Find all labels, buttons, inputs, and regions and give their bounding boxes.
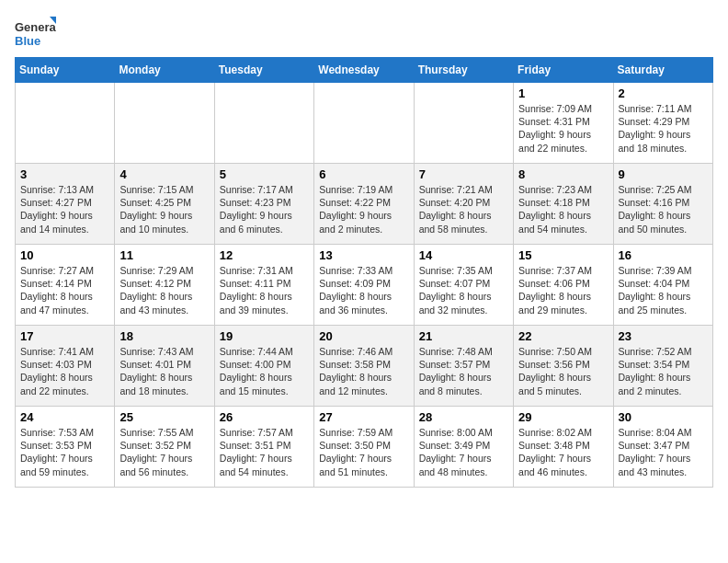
- day-number: 11: [119, 248, 209, 262]
- day-info: Sunrise: 7:31 AM Sunset: 4:11 PM Dayligh…: [220, 264, 309, 316]
- weekday-header-saturday: Saturday: [613, 58, 712, 83]
- day-number: 10: [20, 248, 109, 262]
- day-number: 26: [220, 410, 309, 424]
- calendar-cell: 8Sunrise: 7:23 AM Sunset: 4:18 PM Daylig…: [514, 164, 613, 245]
- day-info: Sunrise: 7:59 AM Sunset: 3:50 PM Dayligh…: [319, 426, 408, 478]
- day-number: 15: [518, 248, 608, 262]
- calendar-cell: 6Sunrise: 7:19 AM Sunset: 4:22 PM Daylig…: [314, 164, 414, 245]
- day-info: Sunrise: 7:50 AM Sunset: 3:56 PM Dayligh…: [518, 345, 608, 397]
- day-info: Sunrise: 7:27 AM Sunset: 4:14 PM Dayligh…: [20, 264, 109, 316]
- weekday-header-wednesday: Wednesday: [314, 58, 414, 83]
- day-info: Sunrise: 7:15 AM Sunset: 4:25 PM Dayligh…: [119, 183, 209, 236]
- day-number: 8: [518, 167, 608, 181]
- calendar-cell: 11Sunrise: 7:29 AM Sunset: 4:12 PM Dayli…: [115, 245, 214, 326]
- weekday-header-row: SundayMondayTuesdayWednesdayThursdayFrid…: [16, 58, 713, 83]
- day-number: 30: [619, 410, 708, 424]
- day-number: 16: [619, 248, 708, 262]
- svg-text:Blue: Blue: [15, 34, 40, 48]
- day-number: 28: [419, 410, 508, 424]
- calendar-cell: [16, 83, 115, 164]
- calendar-cell: 21Sunrise: 7:48 AM Sunset: 3:57 PM Dayli…: [414, 326, 513, 407]
- day-number: 20: [319, 329, 408, 343]
- calendar-cell: 18Sunrise: 7:43 AM Sunset: 4:01 PM Dayli…: [115, 326, 214, 407]
- calendar-cell: [115, 83, 214, 164]
- day-number: 14: [419, 248, 508, 262]
- day-number: 6: [319, 167, 408, 181]
- day-info: Sunrise: 7:39 AM Sunset: 4:04 PM Dayligh…: [619, 264, 708, 316]
- calendar-cell: 22Sunrise: 7:50 AM Sunset: 3:56 PM Dayli…: [514, 326, 613, 407]
- calendar-cell: 5Sunrise: 7:17 AM Sunset: 4:23 PM Daylig…: [214, 164, 313, 245]
- day-number: 22: [518, 329, 608, 343]
- day-info: Sunrise: 7:09 AM Sunset: 4:31 PM Dayligh…: [518, 102, 608, 155]
- calendar-cell: 29Sunrise: 8:02 AM Sunset: 3:48 PM Dayli…: [514, 407, 613, 488]
- calendar-cell: 1Sunrise: 7:09 AM Sunset: 4:31 PM Daylig…: [514, 83, 613, 164]
- calendar-cell: 15Sunrise: 7:37 AM Sunset: 4:06 PM Dayli…: [514, 245, 613, 326]
- calendar-cell: 14Sunrise: 7:35 AM Sunset: 4:07 PM Dayli…: [414, 245, 513, 326]
- day-number: 9: [619, 167, 708, 181]
- weekday-header-friday: Friday: [514, 58, 613, 83]
- calendar-cell: 28Sunrise: 8:00 AM Sunset: 3:49 PM Dayli…: [414, 407, 513, 488]
- week-row-5: 24Sunrise: 7:53 AM Sunset: 3:53 PM Dayli…: [16, 407, 713, 488]
- week-row-1: 1Sunrise: 7:09 AM Sunset: 4:31 PM Daylig…: [16, 83, 713, 164]
- week-row-3: 10Sunrise: 7:27 AM Sunset: 4:14 PM Dayli…: [16, 245, 713, 326]
- day-info: Sunrise: 7:23 AM Sunset: 4:18 PM Dayligh…: [518, 183, 608, 236]
- day-info: Sunrise: 7:57 AM Sunset: 3:51 PM Dayligh…: [220, 426, 309, 478]
- calendar-cell: 27Sunrise: 7:59 AM Sunset: 3:50 PM Dayli…: [314, 407, 414, 488]
- calendar-cell: [414, 83, 513, 164]
- calendar-cell: 25Sunrise: 7:55 AM Sunset: 3:52 PM Dayli…: [115, 407, 214, 488]
- day-number: 23: [619, 329, 708, 343]
- weekday-header-sunday: Sunday: [16, 58, 115, 83]
- day-info: Sunrise: 7:35 AM Sunset: 4:07 PM Dayligh…: [419, 264, 508, 316]
- calendar-table: SundayMondayTuesdayWednesdayThursdayFrid…: [15, 57, 713, 488]
- day-number: 5: [220, 167, 309, 181]
- calendar-cell: 13Sunrise: 7:33 AM Sunset: 4:09 PM Dayli…: [314, 245, 414, 326]
- calendar-cell: 12Sunrise: 7:31 AM Sunset: 4:11 PM Dayli…: [214, 245, 313, 326]
- day-info: Sunrise: 7:53 AM Sunset: 3:53 PM Dayligh…: [20, 426, 109, 478]
- day-info: Sunrise: 7:48 AM Sunset: 3:57 PM Dayligh…: [419, 345, 508, 397]
- day-info: Sunrise: 7:21 AM Sunset: 4:20 PM Dayligh…: [419, 183, 508, 236]
- day-info: Sunrise: 7:41 AM Sunset: 4:03 PM Dayligh…: [20, 345, 109, 397]
- calendar-cell: 20Sunrise: 7:46 AM Sunset: 3:58 PM Dayli…: [314, 326, 414, 407]
- day-number: 2: [619, 86, 708, 100]
- calendar-cell: 16Sunrise: 7:39 AM Sunset: 4:04 PM Dayli…: [613, 245, 712, 326]
- calendar-cell: 4Sunrise: 7:15 AM Sunset: 4:25 PM Daylig…: [115, 164, 214, 245]
- day-info: Sunrise: 8:02 AM Sunset: 3:48 PM Dayligh…: [518, 426, 608, 478]
- day-number: 21: [419, 329, 508, 343]
- day-info: Sunrise: 7:25 AM Sunset: 4:16 PM Dayligh…: [619, 183, 708, 236]
- calendar-cell: 7Sunrise: 7:21 AM Sunset: 4:20 PM Daylig…: [414, 164, 513, 245]
- weekday-header-monday: Monday: [115, 58, 214, 83]
- calendar-cell: 10Sunrise: 7:27 AM Sunset: 4:14 PM Dayli…: [16, 245, 115, 326]
- day-number: 3: [20, 167, 109, 181]
- day-number: 1: [518, 86, 608, 100]
- weekday-header-thursday: Thursday: [414, 58, 513, 83]
- calendar-cell: 17Sunrise: 7:41 AM Sunset: 4:03 PM Dayli…: [16, 326, 115, 407]
- day-number: 19: [220, 329, 309, 343]
- day-info: Sunrise: 7:37 AM Sunset: 4:06 PM Dayligh…: [518, 264, 608, 316]
- day-info: Sunrise: 7:29 AM Sunset: 4:12 PM Dayligh…: [119, 264, 209, 316]
- calendar-cell: 19Sunrise: 7:44 AM Sunset: 4:00 PM Dayli…: [214, 326, 313, 407]
- calendar-cell: 23Sunrise: 7:52 AM Sunset: 3:54 PM Dayli…: [613, 326, 712, 407]
- day-number: 7: [419, 167, 508, 181]
- day-number: 25: [119, 410, 209, 424]
- logo-svg: General Blue: [15, 15, 56, 50]
- day-info: Sunrise: 8:00 AM Sunset: 3:49 PM Dayligh…: [419, 426, 508, 478]
- calendar-cell: 26Sunrise: 7:57 AM Sunset: 3:51 PM Dayli…: [214, 407, 313, 488]
- day-info: Sunrise: 7:13 AM Sunset: 4:27 PM Dayligh…: [20, 183, 109, 236]
- day-info: Sunrise: 7:55 AM Sunset: 3:52 PM Dayligh…: [119, 426, 209, 478]
- day-number: 4: [119, 167, 209, 181]
- calendar-cell: [214, 83, 313, 164]
- day-info: Sunrise: 8:04 AM Sunset: 3:47 PM Dayligh…: [619, 426, 708, 478]
- day-info: Sunrise: 7:43 AM Sunset: 4:01 PM Dayligh…: [119, 345, 209, 397]
- day-info: Sunrise: 7:19 AM Sunset: 4:22 PM Dayligh…: [319, 183, 408, 236]
- day-info: Sunrise: 7:44 AM Sunset: 4:00 PM Dayligh…: [220, 345, 309, 397]
- day-number: 18: [119, 329, 209, 343]
- logo: General Blue: [15, 15, 56, 50]
- calendar-cell: 3Sunrise: 7:13 AM Sunset: 4:27 PM Daylig…: [16, 164, 115, 245]
- calendar-cell: 2Sunrise: 7:11 AM Sunset: 4:29 PM Daylig…: [613, 83, 712, 164]
- day-info: Sunrise: 7:17 AM Sunset: 4:23 PM Dayligh…: [220, 183, 309, 236]
- day-info: Sunrise: 7:33 AM Sunset: 4:09 PM Dayligh…: [319, 264, 408, 316]
- day-number: 24: [20, 410, 109, 424]
- page-header: General Blue: [15, 15, 713, 50]
- weekday-header-tuesday: Tuesday: [214, 58, 313, 83]
- day-number: 12: [220, 248, 309, 262]
